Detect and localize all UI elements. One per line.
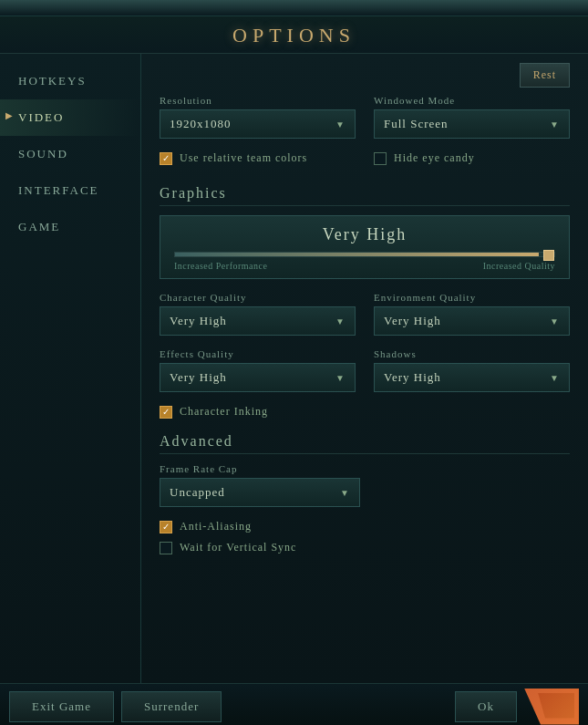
effects-arrow-icon: ▼ xyxy=(335,373,346,383)
quality-row-2: Effects Quality Very High ▼ Shadows Very… xyxy=(160,348,570,392)
hide-candy-label: Hide eye candy xyxy=(394,151,475,165)
relative-colors-checkbox[interactable] xyxy=(160,152,172,165)
env-quality-arrow-icon: ▼ xyxy=(550,316,560,326)
env-quality-label: Environment Quality xyxy=(374,292,570,303)
shadows-label: Shadows xyxy=(374,348,570,359)
anti-aliasing-checkbox[interactable] xyxy=(160,521,172,533)
relative-colors-col: Use relative team colors xyxy=(160,151,356,172)
frame-rate-label: Frame Rate Cap xyxy=(160,463,360,474)
char-quality-arrow-icon: ▼ xyxy=(335,316,346,326)
resolution-label: Resolution xyxy=(160,95,356,106)
env-quality-value: Very High xyxy=(384,314,441,328)
preset-label: Very High xyxy=(174,225,555,244)
frame-rate-value: Uncapped xyxy=(170,485,225,500)
shadows-dropdown[interactable]: Very High ▼ xyxy=(374,363,570,392)
shadows-arrow-icon: ▼ xyxy=(550,373,560,383)
effects-quality-col: Effects Quality Very High ▼ xyxy=(160,348,356,392)
sidebar-item-video[interactable]: VIDEO xyxy=(0,99,140,136)
reset-button[interactable]: Rest xyxy=(520,63,570,88)
bottom-right-area: Ok xyxy=(455,689,579,725)
shadows-col: Shadows Very High ▼ xyxy=(374,348,570,392)
char-quality-label: Character Quality xyxy=(160,292,356,303)
relative-colors-label: Use relative team colors xyxy=(180,151,307,165)
bottom-bar: Exit Game Surrender Ok xyxy=(0,683,588,725)
slider-right-label: Increased Quality xyxy=(483,261,555,271)
windowed-value: Full Screen xyxy=(384,117,449,131)
page-title: OPTIONS xyxy=(0,16,588,54)
env-quality-col: Environment Quality Very High ▼ xyxy=(374,292,570,336)
corner-decoration xyxy=(524,689,579,725)
graphics-section-title: Graphics xyxy=(160,185,570,206)
surrender-button[interactable]: Surrender xyxy=(121,691,222,722)
slider-left-label: Increased Performance xyxy=(174,261,267,271)
graphics-preset-box: Very High Increased Performance Increase… xyxy=(160,215,570,279)
relative-colors-row: Use relative team colors xyxy=(160,151,356,165)
hide-candy-row: Hide eye candy xyxy=(374,151,570,165)
exit-game-button[interactable]: Exit Game xyxy=(9,691,114,722)
sidebar-item-interface[interactable]: INTERFACE xyxy=(0,172,140,209)
header-row: Rest xyxy=(160,67,570,88)
char-quality-col: Character Quality Very High ▼ xyxy=(160,292,356,336)
sidebar: HOTKEYS VIDEO SOUND INTERFACE GAME xyxy=(0,54,141,683)
character-inking-checkbox[interactable] xyxy=(160,406,172,419)
main-layout: HOTKEYS VIDEO SOUND INTERFACE GAME Rest … xyxy=(0,54,588,683)
slider-thumb xyxy=(543,250,554,261)
shadows-value: Very High xyxy=(384,370,441,385)
sidebar-item-hotkeys[interactable]: HOTKEYS xyxy=(0,63,140,99)
hide-candy-checkbox[interactable] xyxy=(374,152,387,165)
vertical-sync-label: Wait for Vertical Sync xyxy=(180,541,296,554)
resolution-arrow-icon: ▼ xyxy=(335,119,346,129)
title-text: OPTIONS xyxy=(232,24,356,47)
checkboxes-top-row: Use relative team colors Hide eye candy xyxy=(160,151,570,172)
char-quality-dropdown[interactable]: Very High ▼ xyxy=(160,306,356,336)
char-quality-value: Very High xyxy=(170,314,227,328)
character-inking-label: Character Inking xyxy=(180,405,268,419)
resolution-col: Resolution 1920x1080 ▼ xyxy=(160,95,356,139)
windowed-label: Windowed Mode xyxy=(374,95,570,106)
anti-aliasing-row: Anti-Aliasing xyxy=(160,520,570,533)
vertical-sync-checkbox[interactable] xyxy=(160,542,172,554)
frame-rate-dropdown[interactable]: Uncapped ▼ xyxy=(160,478,360,507)
resolution-row: Resolution 1920x1080 ▼ Windowed Mode Ful… xyxy=(160,95,570,139)
effects-quality-value: Very High xyxy=(170,370,227,385)
top-decoration xyxy=(0,0,588,16)
sidebar-item-sound[interactable]: SOUND xyxy=(0,136,140,172)
resolution-value: 1920x1080 xyxy=(170,117,232,131)
frame-rate-arrow-icon: ▼ xyxy=(340,488,350,498)
windowed-arrow-icon: ▼ xyxy=(550,119,560,129)
windowed-dropdown[interactable]: Full Screen ▼ xyxy=(374,109,570,139)
slider-fill xyxy=(175,253,539,256)
env-quality-dropdown[interactable]: Very High ▼ xyxy=(374,306,570,336)
graphics-slider[interactable] xyxy=(174,252,555,257)
anti-aliasing-label: Anti-Aliasing xyxy=(180,520,252,533)
effects-quality-dropdown[interactable]: Very High ▼ xyxy=(160,363,356,392)
vertical-sync-row: Wait for Vertical Sync xyxy=(160,541,570,554)
sidebar-item-game[interactable]: GAME xyxy=(0,209,140,245)
advanced-section-title: Advanced xyxy=(160,433,570,454)
quality-row-1: Character Quality Very High ▼ Environmen… xyxy=(160,292,570,336)
windowed-col: Windowed Mode Full Screen ▼ xyxy=(374,95,570,139)
ok-button[interactable]: Ok xyxy=(455,691,517,722)
slider-labels: Increased Performance Increased Quality xyxy=(174,261,555,271)
character-inking-row: Character Inking xyxy=(160,405,570,419)
hide-candy-col: Hide eye candy xyxy=(374,151,570,172)
frame-rate-col: Frame Rate Cap Uncapped ▼ xyxy=(160,463,360,507)
effects-quality-label: Effects Quality xyxy=(160,348,356,359)
content-area: Rest Resolution 1920x1080 ▼ Windowed Mod… xyxy=(141,54,588,683)
resolution-dropdown[interactable]: 1920x1080 ▼ xyxy=(160,109,356,139)
